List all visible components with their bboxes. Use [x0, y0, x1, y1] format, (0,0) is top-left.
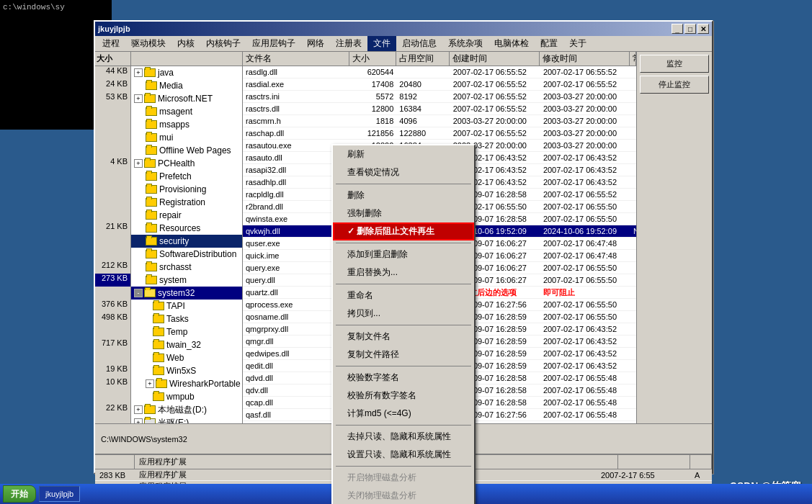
file-row-rasctrs-dll[interactable]: rasctrs.dll 12800 16384 2007-02-17 06:55… — [243, 103, 636, 115]
ctx-lock-check[interactable]: 查看锁定情况 — [333, 163, 474, 181]
bottom-col-flag — [690, 455, 712, 469]
tree-java[interactable]: + java — [131, 66, 242, 79]
size-column: 大小 44 KB 24 KB 53 KB 4 KB 21 KB 212 KB 2… — [95, 52, 131, 423]
tree-msapps[interactable]: msapps — [131, 118, 242, 131]
menu-kernel[interactable]: 内核 — [171, 36, 200, 51]
tree-security[interactable]: security — [131, 235, 242, 248]
tree-registration[interactable]: Registration — [131, 196, 242, 209]
tree-provisioning[interactable]: Provisioning — [131, 183, 242, 196]
ctx-add-reboot-delete[interactable]: 添加到重启删除 — [333, 246, 474, 264]
ctx-copy-filepath[interactable]: 复制文件路径 — [333, 346, 474, 364]
menu-kernel-hooks[interactable]: 内核钩子 — [200, 36, 246, 51]
file-row-rasdlg[interactable]: rasdlg.dll 620544 2007-02-17 06:55:52 20… — [243, 66, 636, 78]
col-filename[interactable]: 文件名 — [243, 52, 349, 66]
terminal-text: c:\windows\sy — [3, 3, 65, 12]
tree-pchealth[interactable]: + PCHealth — [131, 157, 242, 170]
tree-offlineweb[interactable]: Offline Web Pages — [131, 144, 242, 157]
menu-network[interactable]: 网络 — [301, 36, 330, 51]
stop-monitor-button[interactable]: 停止监控 — [640, 76, 709, 94]
ctx-sep-1 — [336, 184, 471, 184]
ctx-verify-sig[interactable]: 校验数字签名 — [333, 369, 474, 387]
tree-wireshark[interactable]: + WiresharkPortable — [131, 377, 242, 390]
tree-local-d[interactable]: + 本地磁盘(D:) — [131, 403, 242, 416]
tree-mui[interactable]: mui — [131, 131, 242, 144]
menu-registry[interactable]: 注册表 — [330, 36, 367, 51]
minimize-button[interactable]: _ — [672, 24, 683, 34]
ctx-open-disk-analysis: 开启物理磁盘分析 — [333, 469, 474, 487]
col-created[interactable]: 创建时间 — [450, 52, 540, 66]
tree-web[interactable]: Web — [131, 351, 242, 364]
ctx-sep-7 — [336, 466, 471, 467]
tree-tasks[interactable]: Tasks — [131, 312, 242, 325]
menu-process[interactable]: 进程 — [97, 36, 125, 51]
tree-msagent[interactable]: msagent — [131, 105, 242, 118]
ctx-remove-attrs[interactable]: 去掉只读、隐藏和系统属性 — [333, 428, 474, 446]
ctx-delete[interactable]: 删除 — [333, 186, 474, 204]
bottom-col-size — [95, 455, 135, 469]
taskbar-app-item[interactable]: jkuyjlpjb — [39, 486, 80, 502]
menu-syscheck[interactable]: 电脑体检 — [488, 36, 535, 51]
folder-tree: + java Media + Microsoft.NET msagent — [131, 52, 242, 423]
ctx-rename[interactable]: 重命名 — [333, 287, 474, 305]
window-title: jkuyjlpjb — [98, 24, 130, 33]
file-row-raschap[interactable]: raschap.dll 121856 122880 2007-02-17 06:… — [243, 127, 636, 140]
bottom-col-date — [618, 455, 690, 469]
tree-temp[interactable]: Temp — [131, 325, 242, 338]
monitor-button[interactable]: 监控 — [640, 55, 709, 73]
ctx-reboot-replace[interactable]: 重启替换为... — [333, 264, 474, 282]
title-bar: jkuyjlpjb _ □ ✕ — [95, 22, 712, 36]
context-menu: 刷新 查看锁定情况 删除 强制删除 ✓ 删除后阻止文件再生 添加到重启删除 重启… — [331, 144, 476, 504]
ctx-sep-4 — [336, 325, 471, 325]
tree-cdrom-e[interactable]: + 光驱(E:) — [131, 416, 242, 423]
ctx-prevent-regen[interactable]: ✓ 删除后阻止文件再生 — [333, 222, 474, 240]
tree-msnet[interactable]: + Microsoft.NET — [131, 92, 242, 105]
tree-repair[interactable]: repair — [131, 209, 242, 222]
menu-config[interactable]: 配置 — [535, 36, 563, 51]
ctx-copy-filename[interactable]: 复制文件名 — [333, 328, 474, 346]
right-panel: 监控 停止监控 — [636, 52, 712, 423]
size-header: 大小 — [95, 52, 130, 66]
col-size[interactable]: 大小 — [349, 52, 396, 66]
file-row-rasctrs-ini[interactable]: rasctrs.ini 5572 8192 2007-02-17 06:55:5… — [243, 91, 636, 103]
tree-prefetch[interactable]: Prefetch — [131, 170, 242, 183]
ctx-verify-all-sig[interactable]: 校验所有数字签名 — [333, 387, 474, 405]
menu-file[interactable]: 文件 — [367, 36, 396, 51]
menu-drivers[interactable]: 驱动模块 — [125, 36, 171, 51]
ctx-copy-to[interactable]: 拷贝到... — [333, 305, 474, 323]
tree-twain32[interactable]: twain_32 — [131, 338, 242, 351]
menu-bar: 进程 驱动模块 内核 内核钩子 应用层钩子 网络 注册表 文件 启动信息 系统杂… — [95, 36, 712, 52]
tree-tapi[interactable]: TAPI — [131, 300, 242, 312]
file-row-rascmrn[interactable]: rascmrn.h 1818 4096 2003-03-27 20:00:00 … — [243, 115, 636, 127]
ctx-sep-5 — [336, 366, 471, 366]
file-row-rasdial[interactable]: rasdial.exe 17408 20480 2007-02-17 06:55… — [243, 78, 636, 91]
tree-system32[interactable]: - system32 — [131, 287, 242, 300]
ctx-calc-md5[interactable]: 计算md5 (<=4G) — [333, 405, 474, 423]
col-flags[interactable]: 常规... — [630, 52, 636, 66]
tree-srchasst[interactable]: srchasst — [131, 261, 242, 274]
size-msnet: 53 KB — [95, 92, 130, 105]
menu-app-hooks[interactable]: 应用层钩子 — [246, 36, 301, 51]
tree-win5xs[interactable]: Win5xS — [131, 364, 242, 377]
tree-system[interactable]: system — [131, 274, 242, 287]
title-bar-buttons: _ □ ✕ — [672, 24, 709, 34]
ctx-force-delete[interactable]: 强制删除 — [333, 204, 474, 222]
menu-sysmisc[interactable]: 系统杂项 — [442, 36, 488, 51]
maximize-button[interactable]: □ — [684, 24, 696, 34]
menu-startup[interactable]: 启动信息 — [396, 36, 442, 51]
start-label: 开始 — [11, 488, 28, 500]
tree-wmpub[interactable]: wmpub — [131, 390, 242, 403]
menu-about[interactable]: 关于 — [563, 36, 592, 51]
tree-softwaredist[interactable]: SoftwareDistribution — [131, 248, 242, 261]
file-list-header: 文件名 大小 占用空间 创建时间 修改时间 常规... — [243, 52, 636, 66]
size-media: 24 KB — [95, 79, 130, 92]
col-space[interactable]: 占用空间 — [396, 52, 450, 66]
ctx-sep-6 — [336, 425, 471, 426]
size-java: 44 KB — [95, 66, 130, 79]
tree-media[interactable]: Media — [131, 79, 242, 92]
tree-resources[interactable]: Resources — [131, 222, 242, 235]
close-button[interactable]: ✕ — [697, 24, 709, 34]
ctx-refresh[interactable]: 刷新 — [333, 145, 474, 163]
start-button[interactable]: 开始 — [3, 485, 36, 503]
ctx-set-attrs[interactable]: 设置只读、隐藏和系统属性 — [333, 446, 474, 464]
col-modified[interactable]: 修改时间 — [540, 52, 630, 66]
